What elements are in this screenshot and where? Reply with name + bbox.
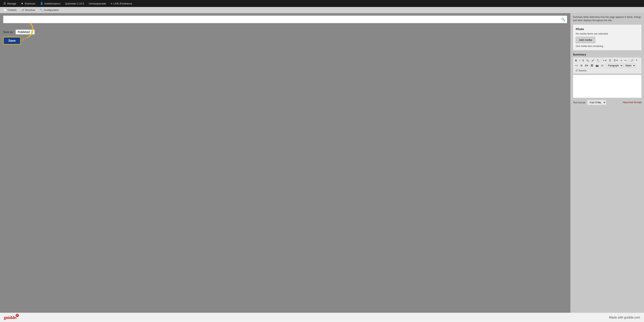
bullet-list-button[interactable]: ☰ <box>608 58 612 62</box>
about-text-formats-link[interactable]: About text formats <box>623 101 642 104</box>
configuration-nav[interactable]: 🔧 Configuration <box>38 8 61 12</box>
link-icon: 🔗 <box>630 59 634 62</box>
unmasquerade-label: Unmasquerade <box>89 2 106 5</box>
search-input[interactable] <box>5 18 561 21</box>
shortcuts-menu[interactable]: ★ Shortcuts <box>19 1 37 6</box>
structure-icon: ⎇ <box>21 8 24 12</box>
photo-section: Photo No media items are selected. Add m… <box>573 24 642 50</box>
styles-select[interactable]: Styles <box>624 64 636 68</box>
blockquote-button[interactable]: ❝ <box>635 58 638 62</box>
config-icon: 🔧 <box>40 8 43 12</box>
table-dropdown-icon: ⊞▾ <box>585 64 588 67</box>
photo-title: Photo <box>576 27 639 31</box>
content-icon: 📄 <box>4 8 6 12</box>
indent-icon: ⇒ <box>620 59 622 62</box>
image-button[interactable]: 🖼 <box>590 64 594 68</box>
remove-format-button[interactable]: Tx <box>596 58 600 63</box>
strikethrough-icon: S <box>582 59 584 62</box>
outdent-icon: ⇐ <box>624 59 627 62</box>
image-icon: 🖼 <box>591 64 593 67</box>
summary-help-text: Summary fields determine how this page a… <box>573 16 642 22</box>
table-button[interactable]: ⊞ <box>580 64 584 68</box>
blurred-element <box>23 38 46 44</box>
text-format-label: Text format <box>573 101 585 104</box>
add-media-button[interactable]: Add media <box>576 37 595 43</box>
structure-label: Structure <box>25 8 35 12</box>
editor-toolbar: B I S X2 X2 Tx ≡ ▾ ☰ ☰ ▾ ⇒ ⇐ 🔗 ❝ <box>573 57 642 74</box>
star-icon: ★ <box>21 2 24 5</box>
toolbar-row-1: B I S X2 X2 Tx ≡ ▾ ☰ ☰ ▾ ⇒ ⇐ 🔗 ❝ <box>574 58 640 63</box>
toolbar-separator-3 <box>605 64 606 67</box>
top-navigation: ☰ Manage ★ Shortcuts 👤 brekthompson Quic… <box>0 0 644 7</box>
save-as-select-wrapper[interactable]: Published ▾ <box>16 30 35 34</box>
toolbar-separator-1 <box>601 59 601 62</box>
link-button[interactable]: 🔗 <box>630 58 634 62</box>
manage-label: Manage <box>7 2 16 5</box>
media-button[interactable]: 📷 <box>594 64 600 68</box>
paragraph-select[interactable]: Paragraph <box>606 64 623 68</box>
no-media-text: No media items are selected. <box>576 32 639 35</box>
bold-icon: B <box>575 59 577 62</box>
right-panel: Summary fields determine how this page a… <box>570 13 644 313</box>
search-icon: 🔍 <box>561 18 565 21</box>
italic-button[interactable]: I <box>578 58 581 62</box>
footer-logo-section: guidde. 16 <box>4 315 17 320</box>
numbered-list-icon: ☰ ▾ <box>614 59 618 62</box>
media-remaining-text: One media item remaining. <box>576 45 639 48</box>
strikethrough-button[interactable]: S <box>581 58 585 62</box>
source-row: ↺ Source <box>574 68 640 73</box>
code-button[interactable]: <> <box>574 64 579 68</box>
remove-format-icon: Tx <box>597 59 599 62</box>
main-layout: 🔍 Save as: Published ▾ Save <box>0 13 644 313</box>
live-menu[interactable]: ≡ LIVE (Pantheon) <box>109 1 134 6</box>
content-nav[interactable]: 📄 Content <box>2 8 18 12</box>
source-icon: ↺ <box>575 69 578 72</box>
structure-nav[interactable]: ⎇ Structure <box>19 8 37 12</box>
live-icon: ≡ <box>110 2 112 5</box>
content-label: Content <box>8 8 16 12</box>
user-menu[interactable]: 👤 brekthompson <box>38 1 62 6</box>
outdent-button[interactable]: ⇐ <box>624 58 628 62</box>
save-button[interactable]: Save <box>3 37 21 44</box>
subscript-button[interactable]: X2 <box>586 58 590 63</box>
superscript-icon: X2 <box>592 59 594 62</box>
quickstart-label: Quickstart 2.10.5 <box>65 2 84 5</box>
left-panel: 🔍 Save as: Published ▾ Save <box>0 13 570 313</box>
text-format-select[interactable]: Full HTML <box>587 100 606 105</box>
footer: guidde. 16 Made with guidde.com <box>0 313 644 322</box>
save-as-row: Save as: Published ▾ <box>3 30 567 34</box>
bold-button[interactable]: B <box>574 58 578 62</box>
editor-area[interactable] <box>573 75 642 98</box>
bullet-list-icon: ☰ <box>609 59 611 62</box>
summary-section: Summary B I S X2 X2 Tx ≡ ▾ ☰ ☰ ▾ ⇒ ⇐ <box>573 53 642 105</box>
manage-menu[interactable]: ☰ Manage <box>2 1 18 6</box>
source-label[interactable]: Source <box>578 69 586 72</box>
media2-button[interactable]: 🗃 <box>600 64 604 68</box>
config-label: Configuration <box>44 8 59 12</box>
media2-icon: 🗃 <box>601 64 604 67</box>
notification-badge: 16 <box>16 314 19 317</box>
save-button-wrapper: Save <box>3 37 567 44</box>
save-section: Save as: Published ▾ Save <box>3 26 567 48</box>
made-with-text: Made with guidde.com <box>609 316 640 319</box>
secondary-navigation: 📄 Content ⎇ Structure 🔧 Configuration <box>0 7 644 13</box>
hamburger-icon: ☰ <box>4 2 6 5</box>
toolbar-row-2: <> ⊞ ⊞▾ 🖼 📷 🗃 Paragraph Styles <box>574 64 640 68</box>
table-icon: ⊞ <box>580 64 582 67</box>
numbered-list-button[interactable]: ☰ ▾ <box>612 58 619 62</box>
table-dropdown-button[interactable]: ⊞▾ <box>584 64 589 68</box>
italic-icon: I <box>579 59 580 62</box>
shortcuts-label: Shortcuts <box>25 2 35 5</box>
media-icon: 📷 <box>596 64 598 67</box>
summary-title: Summary <box>573 53 642 56</box>
save-as-label: Save as: <box>3 30 14 34</box>
indent-button[interactable]: ⇒ <box>619 58 623 62</box>
save-as-value: Published <box>18 30 30 34</box>
search-bar[interactable]: 🔍 <box>3 16 567 23</box>
superscript-button[interactable]: X2 <box>590 58 595 63</box>
user-icon: 👤 <box>40 2 43 5</box>
quickstart-menu[interactable]: Quickstart 2.10.5 <box>63 1 86 6</box>
align-icon: ≡ ▾ <box>603 59 606 62</box>
unmasquerade-menu[interactable]: Unmasquerade <box>87 1 108 6</box>
align-button[interactable]: ≡ ▾ <box>602 58 607 62</box>
